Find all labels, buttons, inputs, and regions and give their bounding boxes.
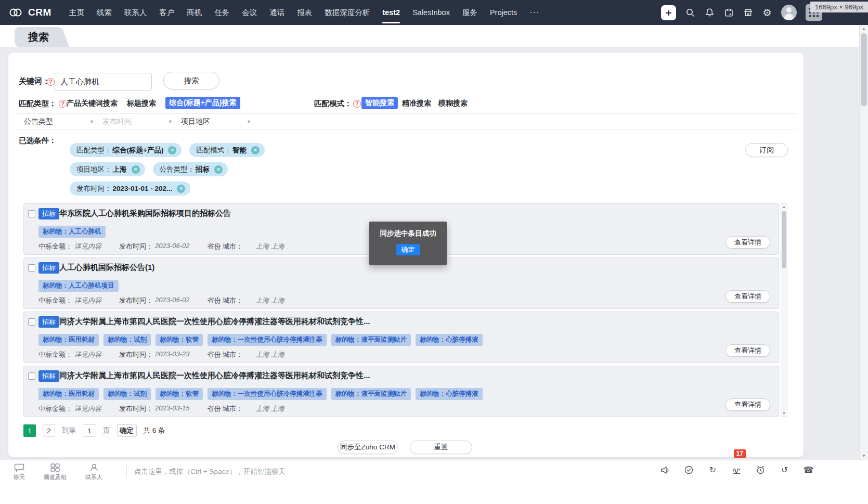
- result-title[interactable]: 同济大学附属上海市第四人民医院一次性使用心脏冷停搏灌注器等医用耗材和试剂竞争性.…: [59, 317, 370, 327]
- user-avatar[interactable]: [781, 5, 797, 20]
- result-title[interactable]: 人工心肺机国际招标公告(1): [59, 263, 154, 273]
- settings-gear-icon[interactable]: ⚙: [762, 7, 772, 18]
- nav-item-calls[interactable]: 通话: [269, 0, 284, 25]
- nav-more-button[interactable]: ···: [529, 8, 539, 17]
- results-scrollbar[interactable]: ▲ ▼: [781, 203, 787, 417]
- close-icon[interactable]: ✕: [177, 185, 185, 193]
- nav-item-reports[interactable]: 报表: [297, 0, 312, 25]
- alarm-clock-icon[interactable]: [756, 465, 766, 475]
- view-detail-button[interactable]: 查看详情: [726, 236, 770, 249]
- filter-dropdown-region[interactable]: 项目地区▼: [181, 117, 251, 126]
- search-icon[interactable]: [685, 7, 695, 18]
- notifications-bell-icon[interactable]: [704, 7, 715, 18]
- quick-create-button[interactable]: +: [661, 5, 676, 20]
- nav-item-home[interactable]: 主页: [69, 0, 84, 25]
- megaphone-icon[interactable]: [660, 465, 670, 475]
- scrollbar-thumb[interactable]: [782, 211, 786, 268]
- calendar-icon[interactable]: [723, 7, 734, 18]
- keyword-help-icon[interactable]: ?: [47, 78, 55, 86]
- refresh-icon[interactable]: ↻: [708, 465, 718, 475]
- search-button[interactable]: 搜索: [163, 72, 219, 89]
- result-checkbox[interactable]: [28, 210, 35, 217]
- subject-tag[interactable]: 标的物：医用耗材: [38, 388, 99, 400]
- result-checkbox[interactable]: [28, 264, 35, 272]
- subject-tag[interactable]: 标的物：人工心肺机: [38, 226, 106, 238]
- page-scrollbar[interactable]: ▲ ▼: [859, 25, 868, 460]
- subject-tag[interactable]: 标的物：一次性使用心脏冷停搏灌注器: [208, 334, 327, 346]
- nav-item-deals[interactable]: 商机: [187, 0, 202, 25]
- tab-search[interactable]: 搜索: [15, 27, 62, 47]
- page-1-button[interactable]: 1: [23, 424, 36, 437]
- goto-confirm-button[interactable]: 确定: [117, 424, 137, 437]
- nav-item-accounts[interactable]: 客户: [159, 0, 174, 25]
- match-type-option-title[interactable]: 标题搜索: [127, 99, 156, 108]
- nav-item-meetings[interactable]: 会议: [242, 0, 257, 25]
- nav-item-salesinbox[interactable]: SalesInbox: [412, 0, 450, 25]
- match-type-option-combined-selected[interactable]: 综合(标题+产品)搜索: [165, 97, 240, 109]
- view-detail-button[interactable]: 查看详情: [726, 398, 770, 411]
- view-detail-button[interactable]: 查看详情: [726, 344, 770, 357]
- match-mode-option-exact[interactable]: 精准搜索: [402, 99, 431, 108]
- nav-item-tasks[interactable]: 任务: [214, 0, 229, 25]
- condition-pill-match-type: 匹配类型：综合(标题+产品)✕: [70, 143, 182, 157]
- dialog-confirm-button[interactable]: 确定: [396, 244, 420, 255]
- close-icon[interactable]: ✕: [251, 146, 260, 154]
- close-icon[interactable]: ✕: [214, 165, 223, 174]
- result-checkbox[interactable]: [28, 318, 35, 326]
- smart-chat-input[interactable]: 点击这里，或按（Ctrl + Space），开始智能聊天: [134, 467, 286, 476]
- nav-item-leads[interactable]: 线索: [97, 0, 112, 25]
- result-title[interactable]: 华东医院人工心肺机采购国际招标项目的招标公告: [59, 209, 231, 218]
- subject-tag[interactable]: 标的物：医用耗材: [38, 334, 99, 346]
- signature-icon[interactable]: [732, 465, 742, 475]
- match-mode-help-icon[interactable]: ?: [353, 100, 361, 108]
- view-detail-button[interactable]: 查看详情: [726, 290, 770, 303]
- subject-tag[interactable]: 标的物：液平面监测贴片: [331, 334, 411, 346]
- match-type-help-icon[interactable]: ?: [59, 100, 67, 108]
- match-mode-option-smart-selected[interactable]: 智能搜索: [361, 97, 398, 109]
- top-navbar: CRM 主页 线索 联系人 客户 商机 任务 会议 通话 报表 数据深度分析 t…: [0, 0, 868, 25]
- notification-count-badge: 17: [734, 449, 746, 458]
- keyword-input[interactable]: [55, 73, 152, 91]
- scroll-up-icon[interactable]: ▲: [781, 205, 787, 209]
- history-icon[interactable]: ↺: [780, 465, 789, 475]
- close-icon[interactable]: ✕: [168, 146, 176, 154]
- subject-tag[interactable]: 标的物：一次性使用心脏冷停搏灌注器: [208, 388, 327, 400]
- result-title[interactable]: 同济大学附属上海市第四人民医院一次性使用心脏冷停搏灌注器等医用耗材和试剂竞争性.…: [59, 371, 370, 381]
- marketplace-store-icon[interactable]: [743, 7, 753, 18]
- subject-tag[interactable]: 标的物：心脏停搏液: [416, 334, 483, 346]
- nav-item-analytics[interactable]: 数据深度分析: [325, 0, 370, 25]
- filter-dropdown-announce-type[interactable]: 公告类型▼: [24, 117, 94, 126]
- subject-tag[interactable]: 标的物：试剂: [103, 334, 151, 346]
- tab-row: 搜索: [0, 25, 868, 47]
- check-circle-icon[interactable]: [684, 465, 694, 475]
- scroll-up-icon[interactable]: ▲: [860, 27, 868, 31]
- match-mode-option-fuzzy[interactable]: 模糊搜索: [438, 99, 468, 108]
- subject-tag[interactable]: 标的物：软管: [156, 388, 203, 400]
- contacts-tab[interactable]: 联系人: [85, 463, 102, 481]
- scroll-down-icon[interactable]: ▼: [860, 454, 868, 458]
- scrollbar-thumb[interactable]: [861, 33, 867, 106]
- subject-tag[interactable]: 标的物：液平面监测贴片: [331, 388, 411, 400]
- result-row: 招标 同济大学附属上海市第四人民医院一次性使用心脏冷停搏灌注器等医用耗材和试剂竞…: [23, 366, 779, 417]
- subject-tag[interactable]: 标的物：软管: [156, 334, 203, 346]
- match-type-option-product[interactable]: 产品关键词搜索: [67, 99, 118, 108]
- subject-tag[interactable]: 标的物：试剂: [103, 388, 151, 400]
- subject-tag[interactable]: 标的物：人工心肺机项目: [38, 280, 119, 292]
- subscribe-button[interactable]: 订阅: [745, 143, 788, 157]
- reset-button[interactable]: 重置: [410, 441, 472, 454]
- subject-tag[interactable]: 标的物：心脏停搏液: [416, 388, 483, 400]
- chat-tab[interactable]: 聊天: [14, 463, 25, 481]
- phone-icon[interactable]: ☎: [804, 465, 813, 475]
- result-checkbox[interactable]: [28, 372, 35, 380]
- channels-groups-tab[interactable]: 频道及组: [44, 463, 67, 481]
- nav-item-services[interactable]: 服务: [462, 0, 477, 25]
- page-2-button[interactable]: 2: [43, 424, 55, 437]
- filter-dropdown-publish-time[interactable]: 发布时间▼: [102, 117, 173, 126]
- goto-page-input[interactable]: 1: [83, 424, 96, 437]
- nav-item-contacts[interactable]: 联系人: [124, 0, 147, 25]
- scroll-down-icon[interactable]: ▼: [781, 411, 787, 415]
- nav-item-projects[interactable]: Projects: [490, 0, 517, 25]
- nav-item-test2-active[interactable]: test2: [382, 0, 400, 25]
- close-icon[interactable]: ✕: [132, 165, 140, 174]
- sync-to-crm-button[interactable]: 同步至Zoho CRM: [338, 441, 398, 454]
